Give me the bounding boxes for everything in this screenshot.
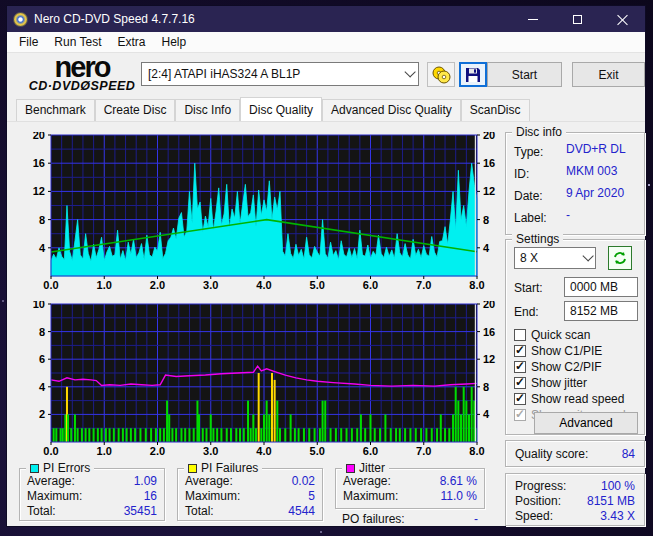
po-failures-label: PO failures:: [342, 512, 405, 527]
menu-extra[interactable]: Extra: [109, 32, 153, 53]
tab-create-disc[interactable]: Create Disc: [95, 99, 176, 121]
svg-text:8.0: 8.0: [469, 445, 484, 457]
svg-text:5.0: 5.0: [310, 445, 325, 457]
advanced-button[interactable]: Advanced: [534, 412, 638, 434]
svg-text:8: 8: [483, 214, 489, 226]
speed-value: 8 X: [520, 251, 538, 265]
jitter-panel: Jitter Average:8.61 % Maximum:11.0 %: [335, 468, 485, 509]
svg-text:8: 8: [39, 214, 45, 226]
stat-label: Maximum:: [27, 489, 82, 504]
start-button[interactable]: Start: [487, 62, 562, 87]
speed-label: Speed:: [515, 509, 553, 523]
tab-disc-quality[interactable]: Disc Quality: [240, 97, 322, 121]
desktop-star: [320, 531, 322, 533]
refresh-button[interactable]: [608, 246, 632, 270]
checkbox-box: [514, 409, 526, 421]
svg-text:6.0: 6.0: [363, 279, 378, 291]
maximize-button[interactable]: [555, 6, 600, 32]
stat-value: 16: [144, 489, 157, 504]
svg-text:20: 20: [483, 132, 495, 141]
pi-errors-panel: PI Errors Average:1.09 Maximum:16 Total:…: [19, 468, 165, 521]
speed-value: 3.43 X: [600, 509, 635, 523]
checkbox-quick-scan[interactable]: Quick scan: [514, 327, 640, 342]
stat-label: Total:: [185, 504, 214, 519]
svg-text:16: 16: [33, 157, 45, 169]
menu-run-test[interactable]: Run Test: [46, 32, 109, 53]
svg-text:4.0: 4.0: [256, 279, 271, 291]
stat-label: Average:: [343, 474, 391, 489]
svg-text:12: 12: [483, 185, 495, 197]
svg-text:16: 16: [483, 326, 495, 338]
settings-panel: Settings 8 X Start: 0000 MB End: 8152 MB…: [505, 239, 645, 435]
menu-help[interactable]: Help: [154, 32, 195, 53]
start-field-label: Start:: [514, 281, 543, 295]
start-input[interactable]: 0000 MB: [564, 277, 638, 297]
tab-scandisc[interactable]: ScanDisc: [461, 99, 530, 121]
info-label: Date:: [514, 189, 543, 203]
app-icon: [13, 12, 28, 27]
checkbox-box: [514, 329, 526, 341]
save-icon: [465, 67, 481, 83]
end-input[interactable]: 8152 MB: [564, 301, 638, 321]
svg-text:0.0: 0.0: [43, 445, 58, 457]
svg-text:6: 6: [39, 353, 45, 365]
pi-failures-legend-swatch: [188, 464, 197, 473]
svg-text:6.0: 6.0: [363, 445, 378, 457]
tab-strip: Benchmark Create Disc Disc Info Disc Qua…: [7, 97, 645, 121]
svg-text:16: 16: [483, 157, 495, 169]
svg-text:7.0: 7.0: [416, 279, 431, 291]
checkbox-show-read-speed[interactable]: Show read speed: [514, 391, 640, 406]
info-value: 9 Apr 2020: [566, 186, 624, 200]
progress-label: Progress:: [515, 479, 566, 493]
window-controls: [510, 6, 645, 32]
speed-selector[interactable]: 8 X: [514, 247, 596, 269]
eject-disc-button[interactable]: [427, 62, 455, 87]
pi-errors-legend-swatch: [30, 464, 39, 473]
menu-bar: File Run Test Extra Help: [7, 32, 645, 53]
chevron-down-icon: [582, 250, 593, 261]
nero-logo-word: nero: [21, 54, 143, 80]
progress-panel: Progress:100 % Position:8151 MB Speed:3.…: [505, 473, 645, 526]
pi-failures-caption: PI Failures: [184, 461, 262, 475]
checkbox-show-c1-pie[interactable]: Show C1/PIE: [514, 343, 640, 358]
svg-text:8.0: 8.0: [469, 279, 484, 291]
svg-text:12: 12: [33, 185, 45, 197]
checkbox-show-c2-pif[interactable]: Show C2/PIF: [514, 359, 640, 374]
stat-value: 35451: [124, 504, 157, 519]
disc-info-title: Disc info: [512, 125, 566, 139]
save-button[interactable]: [459, 62, 487, 87]
svg-text:3.0: 3.0: [203, 445, 218, 457]
position-value: 8151 MB: [587, 494, 635, 508]
svg-text:4: 4: [39, 242, 46, 254]
stat-label: Average:: [27, 474, 75, 489]
checkbox-show-jitter[interactable]: Show jitter: [514, 375, 640, 390]
info-label: Type:: [514, 145, 543, 159]
jitter-legend-swatch: [346, 464, 355, 473]
stat-value: 11.0 %: [441, 489, 477, 504]
stat-value: 1.09: [134, 474, 157, 489]
drive-selector[interactable]: [2:4] ATAPI iHAS324 A BL1P: [141, 62, 419, 86]
svg-text:7.0: 7.0: [416, 445, 431, 457]
close-button[interactable]: [600, 6, 645, 32]
tab-disc-info[interactable]: Disc Info: [175, 99, 240, 121]
svg-text:4: 4: [483, 408, 490, 420]
tab-advanced-disc-quality[interactable]: Advanced Disc Quality: [322, 99, 461, 121]
checkbox-box: [514, 345, 526, 357]
stat-label: Average:: [185, 474, 233, 489]
close-icon: [617, 14, 628, 25]
tab-benchmark[interactable]: Benchmark: [16, 99, 95, 121]
svg-text:1.0: 1.0: [97, 445, 112, 457]
stat-value: 0.02: [292, 474, 315, 489]
svg-text:8: 8: [483, 381, 489, 393]
info-label: ID:: [514, 167, 529, 181]
po-failures-value: -: [474, 512, 478, 527]
svg-text:2: 2: [39, 408, 45, 420]
exit-button[interactable]: Exit: [572, 62, 645, 87]
title-bar: Nero CD-DVD Speed 4.7.7.16: [7, 6, 645, 32]
menu-file[interactable]: File: [11, 32, 46, 53]
checkbox-box: [514, 393, 526, 405]
stat-label: Total:: [27, 504, 56, 519]
minimize-button[interactable]: [510, 6, 555, 32]
svg-text:4: 4: [483, 242, 490, 254]
checkbox-box: [514, 377, 526, 389]
